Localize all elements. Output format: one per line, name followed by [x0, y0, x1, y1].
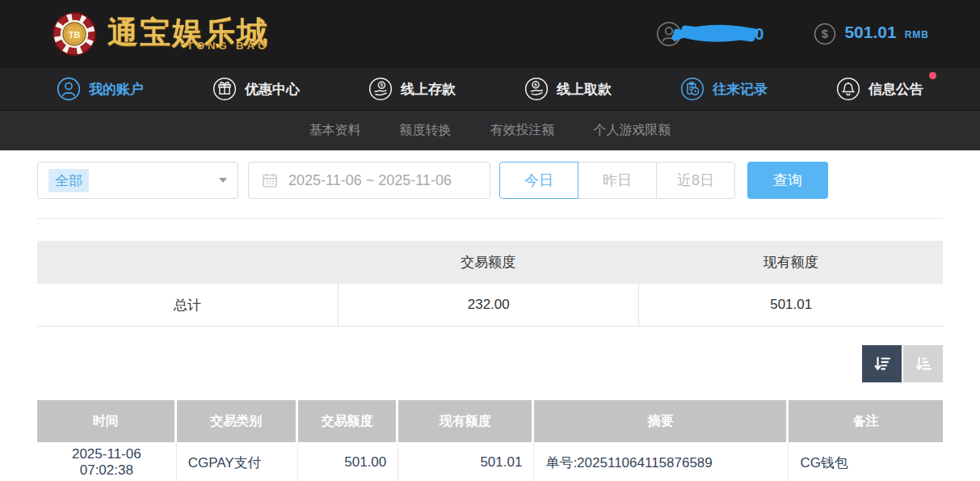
summary-total-balance: 501.01: [638, 284, 943, 327]
filter-bar: 全部 2025-11-06 ~ 2025-11-06 今日 昨日 近8日 查询: [37, 162, 943, 199]
sub-navigation: 基本资料 额度转换 有效投注额 个人游戏限额: [0, 111, 980, 150]
cell-transaction: 501.00: [298, 442, 398, 481]
account-icon: [57, 77, 81, 101]
subnav-item-valid-bets[interactable]: 有效投注额: [490, 122, 555, 139]
col-header-type: 交易类别: [177, 400, 298, 442]
last-8-days-button[interactable]: 近8日: [656, 162, 735, 199]
gift-icon: [212, 77, 237, 101]
nav-item-records[interactable]: 往来记录: [680, 77, 768, 101]
svg-text:$: $: [822, 27, 829, 40]
query-button[interactable]: 查询: [747, 162, 828, 199]
col-header-time: 时间: [37, 400, 177, 442]
cell-remark: CG钱包: [789, 442, 943, 481]
date-range-input[interactable]: 2025-11-06 ~ 2025-11-06: [248, 162, 490, 199]
top-header: TB 通宝娱乐城 TONG BAO 0: [0, 0, 980, 68]
balance-currency: RMB: [905, 29, 929, 40]
selected-type-value: 全部: [48, 169, 89, 192]
sort-controls: [37, 345, 943, 382]
nav-label: 线上取款: [557, 80, 612, 99]
summary-header-row: 交易额度 现有额度: [37, 241, 943, 284]
summary-total-row: 总计 232.00 501.01: [37, 284, 943, 327]
bell-icon: [836, 77, 860, 101]
nav-label: 优惠中心: [245, 80, 300, 99]
cell-summary: 单号:202511064115876589: [534, 442, 789, 481]
username-scribble-mask: [671, 22, 761, 46]
nav-item-my-account[interactable]: 我的账户: [57, 77, 144, 101]
table-row: 2025-11-06 07:02:38 CGPAY支付 501.00 501.0…: [37, 442, 943, 481]
subnav-item-basic-info[interactable]: 基本资料: [309, 122, 361, 139]
nav-label: 线上存款: [401, 80, 456, 99]
svg-text:TB: TB: [69, 30, 81, 40]
user-account[interactable]: 0: [656, 21, 763, 47]
dollar-coin-icon: $: [814, 23, 836, 45]
nav-item-promotions[interactable]: 优惠中心: [212, 77, 300, 101]
date-range-value: 2025-11-06 ~ 2025-11-06: [288, 172, 452, 189]
summary-table: 交易额度 现有额度 总计 232.00 501.01: [37, 241, 943, 327]
brand-logo[interactable]: TB 通宝娱乐城 TONG BAO: [51, 11, 269, 57]
withdraw-icon: $: [524, 77, 549, 101]
summary-header-transaction: 交易额度: [338, 241, 638, 284]
cell-balance: 501.01: [398, 442, 534, 481]
calendar-icon: [262, 172, 278, 188]
sort-descending-button[interactable]: [862, 345, 902, 382]
today-button[interactable]: 今日: [499, 162, 578, 199]
summary-total-transaction: 232.00: [338, 284, 638, 327]
summary-header-balance: 现有额度: [638, 241, 943, 284]
cell-time: 2025-11-06 07:02:38: [37, 442, 177, 481]
wallet-balance[interactable]: $ 501.01 RMB: [814, 23, 929, 45]
subnav-item-credit-transfer[interactable]: 额度转换: [400, 122, 452, 139]
summary-total-label: 总计: [37, 284, 338, 327]
main-navigation: 我的账户 优惠中心 $ 线上存款 $ 线上取款: [0, 68, 980, 111]
poker-chip-logo-icon: TB: [51, 11, 98, 57]
col-header-summary: 摘要: [534, 400, 789, 442]
sort-amount-desc-icon: [873, 354, 892, 373]
col-header-transaction: 交易额度: [298, 400, 398, 442]
nav-label: 信息公告: [869, 80, 923, 99]
records-table: 时间 交易类别 交易额度 现有额度 摘要 备注 2025-11-06 07:02…: [37, 400, 943, 481]
main-content: 全部 2025-11-06 ~ 2025-11-06 今日 昨日 近8日 查询: [0, 150, 980, 481]
subnav-item-game-limits[interactable]: 个人游戏限额: [594, 122, 671, 139]
nav-item-withdraw[interactable]: $ 线上取款: [524, 77, 612, 101]
col-header-balance: 现有额度: [398, 400, 534, 442]
sort-amount-asc-icon: [914, 354, 933, 373]
records-clipboard-icon: [680, 77, 705, 101]
sort-ascending-button[interactable]: [903, 345, 943, 382]
nav-item-deposit[interactable]: $ 线上存款: [368, 77, 456, 101]
notification-dot: [929, 72, 936, 79]
section-divider: [37, 218, 943, 219]
yesterday-button[interactable]: 昨日: [578, 162, 657, 199]
balance-amount: 501.01: [844, 23, 896, 42]
deposit-icon: $: [368, 77, 393, 101]
records-header-row: 时间 交易类别 交易额度 现有额度 摘要 备注: [37, 400, 943, 442]
col-header-remark: 备注: [789, 400, 943, 442]
nav-item-announcements[interactable]: 信息公告: [836, 77, 923, 101]
chevron-down-icon: [219, 178, 227, 183]
nav-label: 往来记录: [713, 80, 768, 99]
svg-text:$: $: [381, 82, 384, 87]
quick-date-button-group: 今日 昨日 近8日: [499, 162, 735, 199]
username-masked: 0: [671, 22, 763, 46]
transaction-type-select[interactable]: 全部: [37, 162, 238, 199]
summary-header-empty: [37, 241, 338, 284]
username-visible-suffix: 0: [755, 25, 763, 44]
svg-text:$: $: [534, 82, 537, 87]
nav-label: 我的账户: [89, 80, 144, 99]
cell-type: CGPAY支付: [177, 442, 298, 481]
